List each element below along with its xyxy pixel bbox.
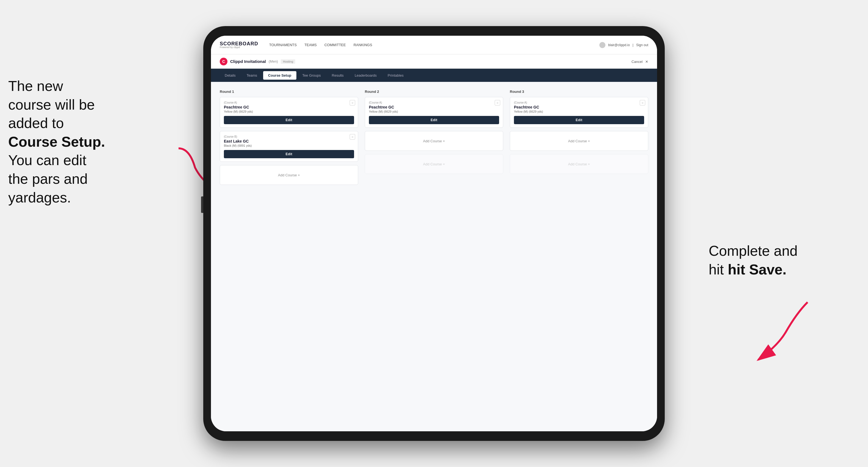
annotation-line6: the pars and	[8, 171, 88, 187]
round2-course-a-details: Yellow (M) (6629 yds)	[369, 110, 499, 113]
arrow-right-icon	[742, 297, 813, 368]
logo-subtitle: Powered by clippd	[220, 46, 258, 49]
tablet-side-button	[201, 196, 203, 213]
round-2-column: Round 2 ○ (Course A) Peachtree GC Yellow…	[365, 90, 503, 188]
hosting-badge: Hosting	[281, 59, 295, 64]
tablet-shell: SCOREBOARD Powered by clippd TOURNAMENTS…	[203, 26, 665, 441]
cancel-area: Cancel ✕	[631, 59, 648, 64]
round2-course-a-badge: (Course A)	[369, 101, 499, 104]
round3-course-a-name: Peachtree GC	[514, 105, 644, 109]
round1-course-a-name: Peachtree GC	[224, 105, 354, 109]
tab-bar: Details Teams Course Setup Tee Groups Re…	[211, 69, 657, 82]
nav-user-area: blair@clippd.io | Sign out	[599, 42, 648, 48]
round-2-label: Round 2	[365, 90, 503, 94]
round3-course-a-delete[interactable]: ○	[640, 100, 645, 105]
tab-leaderboards[interactable]: Leaderboards	[350, 71, 381, 80]
tab-results[interactable]: Results	[327, 71, 348, 80]
round1-course-b-badge: (Course B)	[224, 135, 354, 138]
round1-course-a-card: ○ (Course A) Peachtree GC Yellow (M) (66…	[220, 97, 358, 128]
round1-course-b-edit[interactable]: Edit	[224, 150, 354, 158]
rounds-grid: Round 1 ○ (Course A) Peachtree GC Yellow…	[220, 90, 648, 188]
annotation-line1: The new	[8, 78, 63, 94]
round3-add-course-2-label: Add Course +	[568, 162, 590, 166]
round2-course-a-name: Peachtree GC	[369, 105, 499, 109]
round3-course-a-details: Yellow (M) (6629 yds)	[514, 110, 644, 113]
men-label: (Men)	[269, 59, 278, 63]
nav-tournaments[interactable]: TOURNAMENTS	[269, 43, 297, 47]
round1-course-b-details: Black (M) (6891 yds)	[224, 144, 354, 147]
main-nav: TOURNAMENTS TEAMS COMMITTEE RANKINGS	[269, 43, 599, 47]
annotation-left: The new course will be added to Course S…	[8, 77, 195, 207]
tab-tee-groups[interactable]: Tee Groups	[298, 71, 326, 80]
round3-course-a-badge: (Course A)	[514, 101, 644, 104]
round-3-label: Round 3	[510, 90, 648, 94]
round1-course-b-delete[interactable]: ○	[350, 134, 355, 139]
top-navigation: SCOREBOARD Powered by clippd TOURNAMENTS…	[211, 36, 657, 54]
round2-course-a-delete[interactable]: ○	[495, 100, 500, 105]
user-email: blair@clippd.io	[608, 43, 630, 47]
annotation-line7: yardages.	[8, 190, 71, 206]
round1-add-course[interactable]: Add Course +	[220, 165, 358, 185]
tab-printables[interactable]: Printables	[383, 71, 408, 80]
cancel-button[interactable]: Cancel ✕	[631, 60, 648, 64]
tab-course-setup[interactable]: Course Setup	[263, 71, 297, 80]
nav-separator: |	[632, 43, 633, 47]
annotation-right-line1: Complete and	[709, 243, 798, 259]
tablet-screen: SCOREBOARD Powered by clippd TOURNAMENTS…	[211, 36, 657, 431]
round2-add-course-1[interactable]: Add Course +	[365, 131, 503, 151]
round1-course-a-details: Yellow (M) (6629 yds)	[224, 110, 354, 113]
round3-course-a-card: ○ (Course A) Peachtree GC Yellow (M) (66…	[510, 97, 648, 128]
tab-details[interactable]: Details	[220, 71, 241, 80]
annotation-right: Complete and hit hit Save.	[709, 242, 860, 279]
avatar	[599, 42, 606, 48]
tab-teams[interactable]: Teams	[242, 71, 262, 80]
annotation-line2: course will be	[8, 97, 95, 113]
round1-add-course-label: Add Course +	[278, 173, 300, 177]
nav-rankings[interactable]: RANKINGS	[353, 43, 372, 47]
round-1-column: Round 1 ○ (Course A) Peachtree GC Yellow…	[220, 90, 358, 188]
round3-add-course-2: Add Course +	[510, 154, 648, 174]
round3-add-course-1-label: Add Course +	[568, 139, 590, 143]
round1-course-b-name: East Lake GC	[224, 139, 354, 144]
round2-add-course-2-label: Add Course +	[423, 162, 445, 166]
round1-course-a-delete[interactable]: ○	[350, 100, 355, 105]
annotation-right-line2: hit hit Save.	[709, 261, 786, 277]
tournament-title-area: C Clippd Invitational (Men) Hosting	[220, 58, 295, 65]
round1-course-a-badge: (Course A)	[224, 101, 354, 104]
round2-course-a-card: ○ (Course A) Peachtree GC Yellow (M) (66…	[365, 97, 503, 128]
annotation-line3: added to	[8, 115, 64, 131]
sign-out-link[interactable]: Sign out	[636, 43, 648, 47]
round2-add-course-2: Add Course +	[365, 154, 503, 174]
tournament-name: Clippd Invitational	[230, 59, 266, 64]
round3-add-course-1[interactable]: Add Course +	[510, 131, 648, 151]
round-1-label: Round 1	[220, 90, 358, 94]
annotation-line4: Course Setup.	[8, 134, 105, 150]
round2-add-course-1-label: Add Course +	[423, 139, 445, 143]
round2-course-a-edit[interactable]: Edit	[369, 116, 499, 124]
annotation-line5: You can edit	[8, 152, 86, 168]
round-3-column: Round 3 ○ (Course A) Peachtree GC Yellow…	[510, 90, 648, 188]
round1-course-a-edit[interactable]: Edit	[224, 116, 354, 124]
logo-title: SCOREBOARD	[220, 41, 258, 46]
scoreboard-logo: SCOREBOARD Powered by clippd	[220, 41, 258, 49]
nav-teams[interactable]: TEAMS	[304, 43, 317, 47]
content-area: Round 1 ○ (Course A) Peachtree GC Yellow…	[211, 82, 657, 431]
sub-header: C Clippd Invitational (Men) Hosting Canc…	[211, 54, 657, 69]
c-logo: C	[220, 58, 227, 65]
round3-course-a-edit[interactable]: Edit	[514, 116, 644, 124]
nav-committee[interactable]: COMMITTEE	[324, 43, 346, 47]
round1-course-b-card: ○ (Course B) East Lake GC Black (M) (689…	[220, 131, 358, 162]
